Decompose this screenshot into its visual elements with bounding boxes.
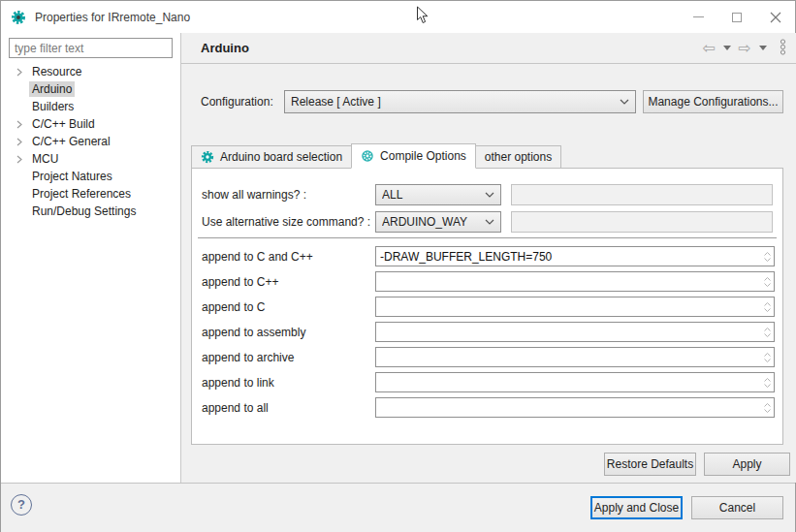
back-icon[interactable]: ⇦ (702, 41, 715, 56)
sidebar-item-label: Resource (29, 64, 84, 79)
page-title: Arduino (201, 41, 249, 55)
forward-icon[interactable]: ⇨ (739, 41, 751, 56)
chevron-right-icon[interactable] (16, 138, 29, 146)
append-cpp-label: append to C++ (202, 271, 278, 293)
page-header: Arduino ⇦ ⇨ (181, 33, 796, 64)
chevron-down-icon (620, 99, 629, 105)
scroll-arrows-icon[interactable] (760, 297, 774, 316)
sidebar-item-label: Run/Debug Settings (29, 203, 139, 219)
filter-input[interactable] (9, 38, 173, 58)
scroll-arrows-icon[interactable] (760, 373, 774, 391)
append-c-cpp-input[interactable] (376, 248, 760, 265)
append-assembly-field-wrap (375, 322, 775, 342)
append-all-input[interactable] (376, 399, 760, 416)
size-extra-field (511, 211, 773, 233)
minimize-icon (693, 16, 704, 17)
tab-label: Arduino board selection (220, 150, 342, 164)
scroll-arrows-icon[interactable] (760, 348, 774, 366)
append-archive-label: append to archive (202, 347, 294, 368)
close-icon (770, 12, 781, 23)
sidebar-item-cpp-build[interactable]: C/C++ Build (1, 115, 180, 133)
configuration-row: Configuration: Release [ Active ] Manage… (201, 90, 783, 113)
append-link-input[interactable] (376, 374, 760, 391)
alt-size-command-label: Use alternative size command? : (202, 211, 370, 233)
alt-size-command-value: ARDUINO_WAY (382, 215, 485, 229)
sidebar-item-label: C/C++ General (29, 134, 113, 149)
scroll-arrows-icon[interactable] (760, 323, 774, 341)
gear-icon (361, 149, 374, 163)
close-button[interactable] (756, 1, 795, 33)
configuration-value: Release [ Active ] (291, 95, 620, 109)
window-title: Properties for IRremote_Nano (35, 11, 190, 24)
sidebar-item-label: MCU (29, 151, 61, 167)
warnings-extra-field (511, 184, 773, 205)
append-cpp-input[interactable] (376, 273, 760, 290)
manage-configurations-button[interactable]: Manage Configurations... (643, 90, 783, 113)
append-assembly-label: append to assembly (202, 322, 305, 343)
append-c-cpp-field-wrap (375, 246, 775, 266)
sidebar-item-run-debug-settings[interactable]: Run/Debug Settings (1, 203, 180, 220)
cancel-button[interactable]: Cancel (691, 496, 783, 519)
sidebar-item-label: Builders (29, 99, 77, 114)
append-link-field-wrap (375, 372, 775, 392)
scroll-arrows-icon[interactable] (760, 398, 774, 417)
append-c-field-wrap (375, 297, 775, 317)
show-all-warnings-select[interactable]: ALL (375, 184, 501, 205)
configuration-select[interactable]: Release [ Active ] (284, 90, 636, 113)
sidebar-item-project-natures[interactable]: Project Natures (1, 168, 180, 185)
apply-button[interactable]: Apply (704, 453, 790, 476)
app-gear-icon (11, 10, 26, 25)
sidebar-item-cpp-general[interactable]: C/C++ General (1, 133, 180, 150)
chevron-down-icon (485, 192, 494, 198)
append-assembly-input[interactable] (376, 324, 760, 340)
chevron-right-icon[interactable] (16, 68, 29, 77)
help-icon[interactable]: ? (11, 494, 32, 516)
gear-icon (201, 150, 214, 164)
tab-bar: Arduino board selection Compile Options … (191, 143, 560, 169)
forward-history-caret-icon[interactable] (759, 46, 767, 50)
title-bar: Properties for IRremote_Nano (1, 1, 795, 33)
view-menu-icon[interactable] (779, 39, 787, 58)
append-all-label: append to all (202, 397, 269, 419)
append-all-field-wrap (375, 397, 775, 418)
scroll-arrows-icon[interactable] (760, 247, 774, 266)
main-panel: Arduino ⇦ ⇨ Configuration: Release [ Act… (181, 33, 796, 483)
tab-arduino-board-selection[interactable]: Arduino board selection (191, 145, 352, 169)
show-all-warnings-value: ALL (382, 188, 485, 202)
chevron-right-icon[interactable] (16, 120, 29, 129)
append-c-input[interactable] (376, 298, 760, 315)
minimize-button[interactable] (679, 1, 717, 33)
mouse-cursor (416, 6, 430, 25)
sidebar-item-project-references[interactable]: Project References (1, 185, 180, 203)
sidebar-item-mcu[interactable]: MCU (1, 150, 180, 168)
append-archive-field-wrap (375, 347, 775, 367)
section-divider (198, 237, 777, 238)
maximize-button[interactable] (717, 1, 756, 33)
append-link-label: append to link (202, 372, 274, 393)
scroll-arrows-icon[interactable] (760, 272, 774, 291)
chevron-down-icon (485, 219, 494, 225)
restore-defaults-button[interactable]: Restore Defaults (604, 453, 696, 476)
append-archive-input[interactable] (376, 349, 760, 365)
append-c-label: append to C (202, 297, 265, 318)
tab-label: other options (485, 150, 552, 164)
properties-tree: Resource Arduino Builders C/C++ Build C/… (1, 63, 180, 220)
tab-other-options[interactable]: other options (475, 145, 561, 169)
sidebar-item-label: Arduino (29, 81, 75, 97)
compile-options-panel: show all warnings? : ALL Use alternative… (191, 168, 783, 445)
back-history-caret-icon[interactable] (723, 46, 731, 50)
bottom-bar: ? Apply and Close Cancel (1, 483, 795, 532)
append-c-cpp-label: append to C and C++ (202, 246, 313, 267)
sidebar: Resource Arduino Builders C/C++ Build C/… (1, 33, 181, 483)
chevron-right-icon[interactable] (16, 155, 29, 164)
tab-compile-options[interactable]: Compile Options (351, 143, 476, 169)
append-cpp-field-wrap (375, 271, 775, 292)
alt-size-command-select[interactable]: ARDUINO_WAY (375, 211, 501, 233)
sidebar-item-resource[interactable]: Resource (1, 63, 180, 80)
configuration-label: Configuration: (201, 95, 284, 109)
properties-dialog: Properties for IRremote_Nano Resource Ar… (0, 0, 796, 532)
sidebar-item-builders[interactable]: Builders (1, 98, 180, 115)
apply-and-close-button[interactable]: Apply and Close (590, 496, 683, 519)
sidebar-item-label: Project References (29, 186, 134, 202)
sidebar-item-arduino[interactable]: Arduino (1, 80, 180, 98)
